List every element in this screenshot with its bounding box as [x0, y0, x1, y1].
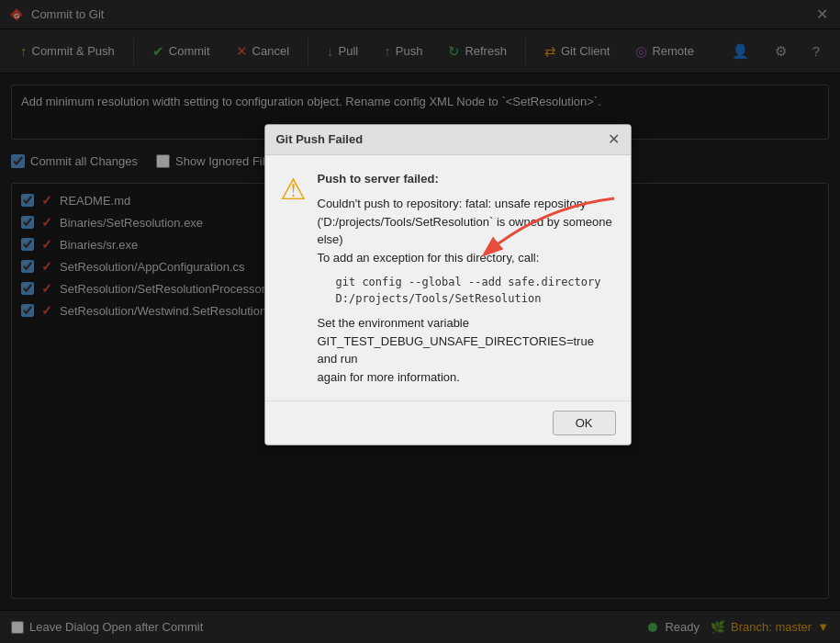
modal-error-body-6: again for more information. — [318, 368, 616, 387]
modal-text-block: Push to server failed: Couldn't push to … — [318, 170, 616, 387]
git-push-failed-modal: Git Push Failed ✕ ⚠ Push to server faile… — [264, 124, 632, 446]
modal-error-body-4: Set the environment variable — [318, 314, 616, 333]
warning-icon: ⚠ — [280, 172, 307, 207]
modal-code-path: D:/projects/Tools/SetResolution — [336, 290, 616, 307]
modal-error-body-2: ('D:/projects/Tools/SetResolution` is ow… — [318, 213, 616, 249]
modal-title: Git Push Failed — [276, 132, 364, 146]
modal-close-button[interactable]: ✕ — [608, 132, 620, 147]
ok-button[interactable]: OK — [553, 411, 616, 435]
modal-error-body-5: GIT_TEST_DEBUG_UNSAFE_DIRECTORIES=true a… — [318, 333, 616, 368]
modal-error-body-1: Couldn't push to repository: fatal: unsa… — [318, 195, 616, 213]
modal-error-body-3: To add an exception for this directory, … — [318, 249, 616, 267]
modal-code-line: git config --global --add safe.directory… — [336, 274, 616, 307]
modal-titlebar: Git Push Failed ✕ — [265, 125, 631, 155]
modal-content-row: ⚠ Push to server failed: Couldn't push t… — [280, 170, 616, 387]
modal-error-title: Push to server failed: — [318, 170, 616, 188]
modal-body: ⚠ Push to server failed: Couldn't push t… — [265, 155, 631, 401]
modal-code-command: git config --global --add safe.directory — [336, 274, 616, 290]
modal-footer: OK — [265, 400, 631, 445]
modal-overlay: Git Push Failed ✕ ⚠ Push to server faile… — [0, 0, 840, 643]
